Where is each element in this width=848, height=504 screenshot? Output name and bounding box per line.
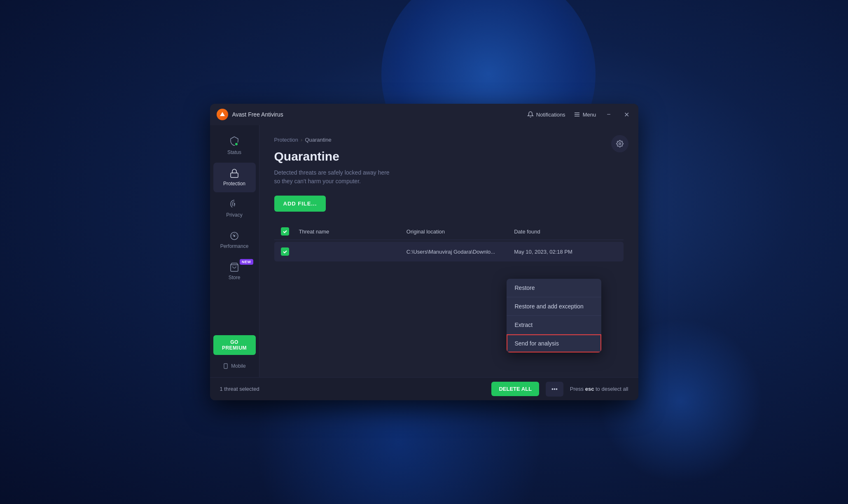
col-original-location: Original location <box>406 229 509 235</box>
deselect-key: esc <box>585 386 594 392</box>
menu-button[interactable]: Menu <box>574 111 596 118</box>
store-icon <box>229 262 239 272</box>
col-threat-name: Threat name <box>299 229 402 235</box>
notifications-button[interactable]: Notifications <box>527 111 565 118</box>
sidebar-item-store-label: Store <box>229 275 241 280</box>
table-checkbox-header[interactable] <box>281 227 294 236</box>
app-title: Avast Free Antivirus <box>232 111 527 118</box>
page-description: Detected threats are safely locked away … <box>274 168 624 186</box>
breadcrumb: Protection › Quarantine <box>274 137 624 143</box>
settings-icon <box>616 140 624 147</box>
bell-icon <box>527 111 534 118</box>
deselect-hint: Press esc to deselect all <box>570 386 628 392</box>
avast-logo <box>217 109 228 120</box>
delete-all-button[interactable]: DELETE ALL <box>491 382 539 396</box>
cell-original-location: C:\Users\Manuviraj Godara\Downlo... <box>406 249 509 255</box>
notifications-label: Notifications <box>536 112 565 118</box>
check-icon <box>283 229 287 234</box>
table-row[interactable]: C:\Users\Manuviraj Godara\Downlo... May … <box>274 242 624 261</box>
sidebar-item-performance-label: Performance <box>220 243 249 249</box>
sidebar-item-mobile[interactable]: Mobile <box>220 360 249 372</box>
new-badge: NEW <box>240 259 253 265</box>
minimize-button[interactable]: − <box>604 109 613 120</box>
app-body: Status Protection Privacy Performance NE… <box>210 125 638 377</box>
check-icon <box>283 249 287 254</box>
main-content: Protection › Quarantine Quarantine Detec… <box>259 125 638 377</box>
status-dot <box>234 142 238 146</box>
menu-icon <box>574 111 580 118</box>
context-menu-restore-exception[interactable]: Restore and add exception <box>507 297 601 316</box>
cell-date-found: May 10, 2023, 02:18 PM <box>514 249 617 255</box>
bottom-bar: 1 threat selected DELETE ALL ••• Press e… <box>210 377 638 400</box>
sidebar: Status Protection Privacy Performance NE… <box>210 125 259 377</box>
svg-point-6 <box>234 236 235 237</box>
table-container: Threat name Original location Date found… <box>274 223 624 261</box>
page-desc-line2: so they can't harm your computer. <box>274 178 361 184</box>
app-window: Avast Free Antivirus Notifications Menu … <box>210 104 638 400</box>
sidebar-item-status-label: Status <box>227 149 241 155</box>
mobile-icon <box>223 363 229 369</box>
sidebar-item-protection-label: Protection <box>223 181 245 187</box>
settings-button[interactable] <box>611 135 628 152</box>
table-header: Threat name Original location Date found <box>274 223 624 240</box>
title-bar: Avast Free Antivirus Notifications Menu … <box>210 104 638 125</box>
svg-rect-3 <box>231 173 238 177</box>
mobile-label: Mobile <box>231 363 245 369</box>
fingerprint-icon <box>229 200 239 210</box>
gauge-icon <box>229 231 239 241</box>
svg-point-10 <box>619 143 621 145</box>
sidebar-item-protection[interactable]: Protection <box>213 163 256 192</box>
breadcrumb-separator: › <box>301 137 302 143</box>
row-checkbox[interactable] <box>281 247 294 256</box>
lock-icon <box>229 168 239 178</box>
context-menu-send-analysis[interactable]: Send for analysis <box>507 334 601 352</box>
context-menu-restore[interactable]: Restore <box>507 279 601 297</box>
close-button[interactable]: ✕ <box>621 109 632 120</box>
add-file-button[interactable]: ADD FILE... <box>274 196 326 212</box>
titlebar-controls: Notifications Menu − ✕ <box>527 109 632 120</box>
go-premium-button[interactable]: GO PREMIUM <box>213 335 256 355</box>
breadcrumb-parent[interactable]: Protection <box>274 137 299 143</box>
sidebar-bottom: GO PREMIUM Mobile <box>210 335 259 377</box>
deselect-hint-suffix: to deselect all <box>596 386 628 392</box>
col-date-found: Date found <box>514 229 617 235</box>
deselect-hint-prefix: Press <box>570 386 584 392</box>
sidebar-item-privacy-label: Privacy <box>226 212 242 218</box>
menu-label: Menu <box>583 112 596 118</box>
row-checkbox-checked[interactable] <box>281 247 289 256</box>
select-all-checkbox[interactable] <box>281 227 289 236</box>
sidebar-item-privacy[interactable]: Privacy <box>213 194 256 224</box>
svg-point-4 <box>234 203 235 204</box>
sidebar-item-status[interactable]: Status <box>213 130 256 161</box>
sidebar-item-performance[interactable]: Performance <box>213 225 256 255</box>
context-menu: Restore Restore and add exception Extrac… <box>507 279 601 352</box>
breadcrumb-current: Quarantine <box>305 137 331 143</box>
sidebar-item-store[interactable]: NEW Store <box>213 257 256 286</box>
page-title: Quarantine <box>274 149 624 163</box>
page-desc-line1: Detected threats are safely locked away … <box>274 169 390 176</box>
threat-count: 1 threat selected <box>220 386 485 392</box>
more-options-button[interactable]: ••• <box>546 382 563 397</box>
context-menu-extract[interactable]: Extract <box>507 316 601 334</box>
